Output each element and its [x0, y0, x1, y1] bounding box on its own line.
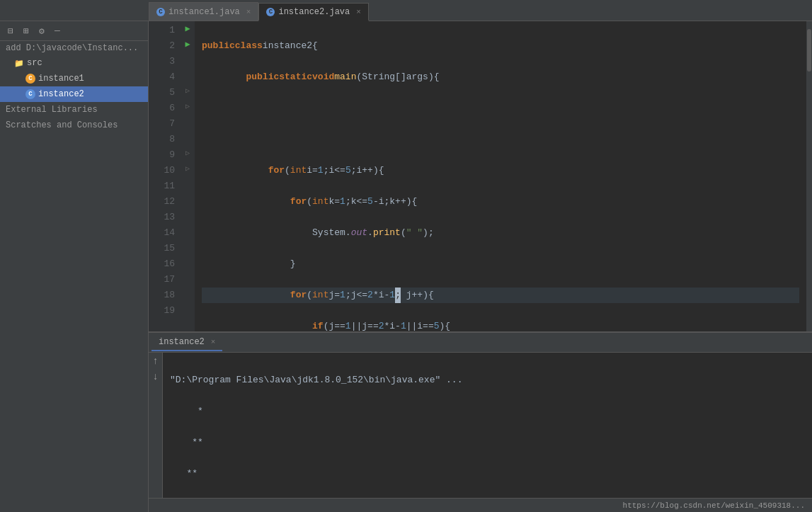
tab-label-instance2: instance2.java	[278, 7, 350, 17]
console-cmd-line: "D:\Program Files\Java\jdk1.8.0_152\bin\…	[170, 375, 462, 385]
tab-label-instance1: instance1.java	[168, 7, 240, 17]
editor-scrollbar[interactable]	[806, 21, 812, 331]
tab-icon-instance1: C	[156, 8, 165, 16]
java-icon-instance1: C	[25, 74, 35, 84]
console-output-1: *	[170, 406, 203, 416]
tab-close-instance2[interactable]: ×	[356, 8, 361, 16]
console-area: instance2 × ↑ ↓ "D:\Program Files\Java\j…	[149, 331, 812, 498]
fold-10[interactable]: ▷	[181, 161, 195, 177]
tab-bar: C instance1.java × C instance2.java ×	[0, 0, 812, 21]
code-container: 12345 678910 1112131415 16171819 ▶ ▶ ▷ ▷…	[149, 21, 812, 331]
run-arrow-1[interactable]: ▶	[181, 21, 195, 37]
editor-area: 12345 678910 1112131415 16171819 ▶ ▶ ▷ ▷…	[149, 21, 812, 331]
collapse-all-icon[interactable]: ⊟	[4, 25, 17, 38]
console-up-icon[interactable]: ↑	[152, 355, 158, 367]
console-bottom-toolbar: ↑ ↓	[149, 353, 163, 498]
sidebar-item-external-libraries[interactable]: External Libraries	[0, 102, 148, 118]
tab-instance2[interactable]: C instance2.java ×	[258, 3, 368, 21]
console-output[interactable]: "D:\Program Files\Java\jdk1.8.0_152\bin\…	[163, 353, 812, 498]
sidebar-instance2-label: instance2	[38, 89, 84, 99]
console-output-2: **	[170, 437, 203, 448]
fold-5[interactable]: ▷	[181, 84, 195, 99]
sidebar-tree: 📁 src C instance1 C instance2 External L…	[0, 55, 148, 512]
sidebar-src-label: src	[27, 58, 42, 68]
console-tab-close[interactable]: ×	[211, 338, 216, 346]
tab-icon-instance2: C	[266, 8, 275, 16]
fold-9[interactable]: ▷	[181, 146, 195, 161]
watermark: https://blog.csdn.net/weixin_4509318...	[623, 501, 805, 510]
main-area: ⊟ ⊞ ⚙ — add D:\javacode\Instanc... 📁 src…	[0, 21, 812, 512]
sidebar-item-scratches-consoles[interactable]: Scratches and Consoles	[0, 118, 148, 133]
sidebar-item-instance2[interactable]: C instance2	[0, 86, 148, 102]
tab-instance1[interactable]: C instance1.java ×	[149, 2, 258, 21]
console-tab-instance2[interactable]: instance2 ×	[151, 334, 222, 351]
status-bar: https://blog.csdn.net/weixin_4509318...	[149, 498, 812, 512]
console-tab-label: instance2	[159, 337, 205, 347]
sidebar-item-instance1[interactable]: C instance1	[0, 71, 148, 86]
java-icon-instance2: C	[25, 89, 35, 99]
expand-all-icon[interactable]: ⊞	[20, 25, 33, 38]
run-arrow-2[interactable]: ▶	[181, 37, 195, 52]
console-output-3: **	[170, 468, 198, 479]
fold-6[interactable]: ▷	[181, 99, 195, 115]
console-down-icon[interactable]: ↓	[152, 371, 158, 382]
sidebar-item-src[interactable]: 📁 src	[0, 55, 148, 71]
sidebar-toolbar: ⊟ ⊞ ⚙ —	[0, 21, 148, 41]
console-tab-bar: instance2 ×	[149, 333, 812, 353]
settings-icon[interactable]: ⚙	[35, 25, 48, 38]
code-content[interactable]: public class instance2 { public static v…	[195, 21, 806, 331]
sidebar-instance1-label: instance1	[38, 74, 84, 84]
folder-icon: 📁	[14, 59, 24, 68]
console-content-wrap: ↑ ↓ "D:\Program Files\Java\jdk1.8.0_152\…	[149, 353, 812, 498]
minimize-icon[interactable]: —	[51, 25, 64, 38]
sidebar-add-label: add D:\javacode\Instanc...	[0, 41, 148, 55]
tab-close-instance1[interactable]: ×	[246, 8, 251, 16]
sidebar: ⊟ ⊞ ⚙ — add D:\javacode\Instanc... 📁 src…	[0, 21, 149, 512]
editor-scrollbar-thumb[interactable]	[807, 29, 811, 72]
gutter: ▶ ▶ ▷ ▷ ▷ ▷	[181, 21, 195, 331]
line-numbers: 12345 678910 1112131415 16171819	[149, 21, 181, 331]
